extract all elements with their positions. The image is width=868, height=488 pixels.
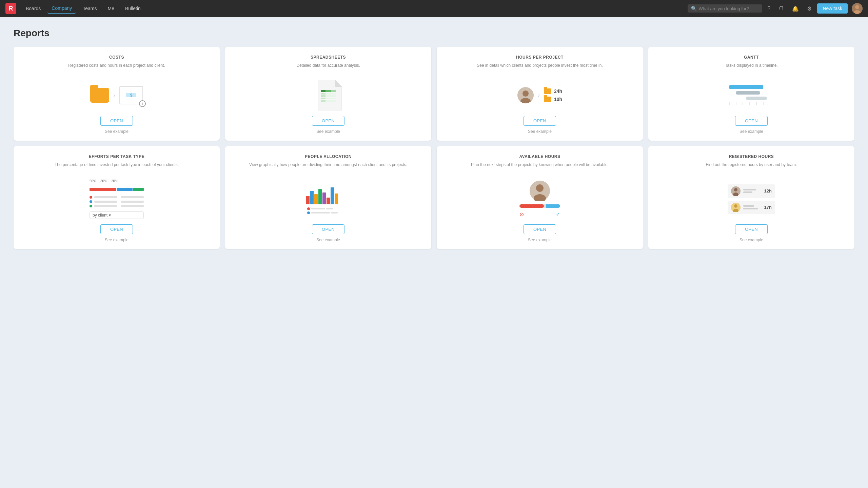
svg-point-1	[855, 5, 859, 9]
hour-row-2: 10h	[544, 97, 562, 102]
nav-me[interactable]: Me	[104, 4, 118, 13]
reg-title: REGISTERED HOURS	[729, 154, 774, 159]
svg-rect-12	[321, 93, 326, 95]
reports-grid: COSTS Registered costs and hours in each…	[14, 47, 854, 249]
svg-rect-16	[321, 98, 326, 99]
help-button[interactable]: ?	[765, 4, 773, 13]
reg-avatar-1	[731, 186, 741, 196]
new-task-button[interactable]: New task	[817, 3, 848, 14]
svg-rect-38	[331, 187, 334, 204]
avail-desc: Plan the next steps of the projects by k…	[471, 162, 609, 174]
card-gantt: GANTT Tasks displayed in a timeline.	[648, 47, 854, 141]
reg-see-example[interactable]: See example	[739, 238, 763, 242]
nav-teams[interactable]: Teams	[79, 4, 101, 13]
svg-rect-35	[318, 189, 322, 204]
reg-open-button[interactable]: OPEN	[735, 224, 768, 234]
dollar-icon: $	[126, 92, 136, 99]
gantt-title: GANTT	[744, 55, 759, 60]
settings-button[interactable]: ⚙	[804, 4, 814, 13]
reg-line-2b	[743, 208, 758, 209]
spreadsheets-title: SPREADSHEETS	[311, 55, 346, 60]
efforts-title: EFFORTS PER TASK TYPE	[89, 154, 144, 159]
svg-rect-32	[306, 196, 310, 204]
hours-project-illustration: › 24h 10h	[443, 80, 636, 110]
reg-row-1: 12h	[728, 184, 775, 198]
effort-label-3: 20%	[111, 179, 118, 183]
by-client-button[interactable]: by client ▾	[90, 211, 144, 219]
avail-illustration: ⊘ ✓	[443, 179, 636, 219]
people-title: PEOPLE ALLOCATION	[305, 154, 352, 159]
card-efforts: EFFORTS PER TASK TYPE The percentage of …	[14, 146, 220, 249]
notifications-button[interactable]: 🔔	[789, 4, 802, 13]
effort-bar-red	[90, 188, 116, 191]
reg-hours-1: 12h	[764, 188, 772, 194]
svg-rect-33	[310, 191, 314, 204]
plus-icon: +	[139, 100, 146, 107]
hour-row-1: 24h	[544, 88, 562, 94]
hours-list: 24h 10h	[544, 88, 562, 102]
avail-see-example[interactable]: See example	[528, 238, 552, 242]
svg-rect-45	[331, 212, 338, 214]
people-see-example[interactable]: See example	[316, 238, 340, 242]
effort-line-3b	[121, 205, 144, 207]
svg-rect-44	[311, 212, 330, 214]
mini-folder-2	[544, 97, 551, 102]
spreadsheets-see-example[interactable]: See example	[316, 129, 340, 134]
card-available-hours: AVAILABLE HOURS Plan the next steps of t…	[437, 146, 643, 249]
nav-bulletin[interactable]: Bulletin	[121, 4, 145, 13]
app-logo[interactable]: R	[5, 3, 16, 14]
svg-rect-23	[736, 91, 760, 95]
efforts-desc: The percentage of time invested per task…	[55, 162, 179, 174]
spreadsheets-open-button[interactable]: OPEN	[312, 116, 344, 126]
hours-project-open-button[interactable]: OPEN	[524, 116, 556, 126]
card-costs: COSTS Registered costs and hours in each…	[14, 47, 220, 141]
effort-line-1b	[121, 196, 144, 198]
mini-folder-1	[544, 88, 551, 94]
nav-boards[interactable]: Boards	[22, 4, 45, 13]
spreadsheets-illustration	[232, 80, 425, 110]
avail-open-button[interactable]: OPEN	[524, 224, 556, 234]
arrow-icon: ›	[113, 92, 115, 99]
costs-illustration: › $ +	[20, 80, 213, 110]
search-input[interactable]	[699, 6, 759, 11]
nav-company[interactable]: Company	[47, 3, 76, 14]
people-open-button[interactable]: OPEN	[312, 224, 344, 234]
gantt-see-example[interactable]: See example	[739, 129, 763, 134]
reg-hours-2: 17h	[764, 205, 772, 210]
navbar: R Boards Company Teams Me Bulletin 🔍 ? ⏱…	[0, 0, 868, 17]
svg-rect-9	[326, 90, 331, 92]
page-title: Reports	[14, 28, 854, 39]
avatar[interactable]	[852, 3, 863, 14]
hour-value-2: 10h	[554, 97, 562, 102]
costs-see-example[interactable]: See example	[105, 129, 129, 134]
search-box[interactable]: 🔍	[688, 4, 762, 13]
hours-project-title: HOURS PER PROJECT	[516, 55, 564, 60]
reg-desc: Find out the registered hours by user an…	[706, 162, 797, 174]
efforts-open-button[interactable]: OPEN	[100, 224, 133, 234]
reg-avatar-2	[731, 203, 741, 212]
reg-illustration: 12h	[655, 179, 848, 219]
svg-rect-14	[321, 95, 326, 97]
folder-icon	[90, 88, 109, 103]
effort-label-2: 30%	[100, 179, 107, 183]
svg-rect-37	[327, 198, 330, 204]
svg-point-40	[307, 207, 310, 210]
effort-line-1	[94, 196, 117, 198]
hours-avatar	[517, 87, 534, 103]
efforts-see-example[interactable]: See example	[105, 238, 129, 242]
reg-line-2a	[743, 205, 754, 207]
svg-rect-18	[321, 100, 326, 102]
history-button[interactable]: ⏱	[776, 4, 787, 13]
card-hours-per-project: HOURS PER PROJECT See in detail which cl…	[437, 47, 643, 141]
svg-rect-42	[326, 208, 333, 209]
avail-avatar	[530, 181, 550, 201]
costs-open-button[interactable]: OPEN	[100, 116, 133, 126]
costs-title: COSTS	[109, 55, 124, 60]
avail-icons-row: ⊘ ✓	[519, 211, 560, 218]
svg-rect-10	[331, 90, 336, 92]
avail-bar-teal	[546, 204, 560, 208]
hours-project-see-example[interactable]: See example	[528, 129, 552, 134]
svg-rect-24	[746, 97, 767, 100]
svg-rect-41	[311, 208, 325, 209]
gantt-open-button[interactable]: OPEN	[735, 116, 768, 126]
